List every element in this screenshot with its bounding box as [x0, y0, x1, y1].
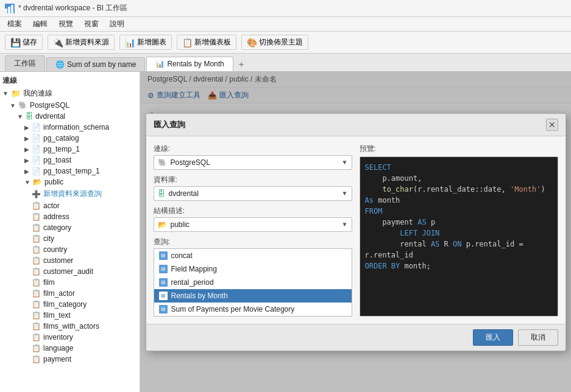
database-label: 資料庫:: [154, 175, 352, 185]
schema-select[interactable]: 📂 public ▼: [154, 217, 352, 232]
sidebar-item-language[interactable]: 📋 language: [0, 343, 140, 354]
inventory-label: inventory: [43, 333, 73, 341]
sidebar: 連線 ▼ 📁 我的連線 ▼ 🐘 PostgreSQL ▼ 🗄 dvdrental…: [0, 72, 140, 392]
chevron-right-icon: ▶: [24, 157, 29, 164]
query-item-rental-period[interactable]: ▤ rental_period: [154, 276, 352, 289]
query-item-field-mapping-label: Field Mapping: [171, 265, 217, 273]
country-label: country: [43, 245, 67, 254]
query-list-field: 查詢: ▤ concat ▤ Field Mapping: [154, 237, 352, 317]
query-list: ▤ concat ▤ Field Mapping ▤ rental_period: [154, 248, 352, 317]
table-icon: 📋: [32, 344, 41, 352]
sidebar-item-address[interactable]: 📋 address: [0, 211, 140, 222]
sidebar-item-city[interactable]: 📋 city: [0, 233, 140, 244]
import-button[interactable]: 匯入: [473, 329, 513, 346]
schema-icon: 📄: [32, 156, 41, 164]
query-item-concat[interactable]: ▤ concat: [154, 249, 352, 262]
menu-window[interactable]: 視窗: [79, 18, 104, 30]
menu-edit[interactable]: 編輯: [28, 18, 52, 30]
customer-audit-label: customer_audit: [43, 267, 93, 276]
query-item-rentals-by-month[interactable]: ▤ Rentals by Month: [154, 289, 352, 303]
add-datasource-button[interactable]: 🔌 新增資料來源: [48, 35, 115, 50]
dvdrental-label: dvdrental: [35, 112, 65, 121]
sidebar-item-country[interactable]: 📋 country: [0, 244, 140, 255]
sidebar-item-films-with-actors[interactable]: 📋 films_with_actors: [0, 321, 140, 332]
tab-sum-icon: 🌐: [55, 60, 65, 69]
sidebar-item-pg-catalog[interactable]: ▶ 📄 pg_catalog: [0, 133, 140, 144]
query-list-label: 查詢:: [154, 237, 352, 247]
import-query-modal: 匯入查詢 ✕ 連線: 🐘 PostgreSQL: [146, 113, 566, 351]
chevron-right-icon: ▶: [24, 146, 29, 153]
chevron-down-icon: ▼: [342, 221, 348, 228]
tab-sum-by-name[interactable]: 🌐 Sum of sum by name: [46, 57, 145, 71]
film-label: film: [43, 278, 55, 287]
chevron-down-icon: ▼: [2, 90, 9, 97]
schema-field: 結構描述: 📂 public ▼: [154, 206, 352, 232]
database-value: dvdrental: [169, 189, 199, 198]
table-icon: 📋: [32, 289, 41, 298]
sidebar-item-actor[interactable]: 📋 actor: [0, 200, 140, 211]
sidebar-item-customer[interactable]: 📋 customer: [0, 255, 140, 266]
sidebar-item-pg-toast[interactable]: ▶ 📄 pg_toast: [0, 155, 140, 166]
switch-theme-label: 切換佈景主題: [259, 37, 303, 47]
query-list-icon: ▤: [159, 292, 168, 300]
connection-select-inner: 🐘 PostgreSQL: [158, 158, 210, 167]
save-button[interactable]: 💾 儲存: [5, 35, 43, 50]
sidebar-item-customer-audit[interactable]: 📋 customer_audit: [0, 266, 140, 277]
sidebar-item-pg-toast-temp[interactable]: ▶ 📄 pg_toast_temp_1: [0, 166, 140, 177]
add-dashboard-button[interactable]: 📋 新增儀表板: [177, 35, 236, 50]
sidebar-item-new-query[interactable]: ➕ 新增資料來源查詢: [0, 187, 140, 200]
query-list-icon: ▤: [159, 251, 168, 260]
pg-toast-label: pg_toast: [43, 156, 71, 164]
tab-workspace[interactable]: 工作區: [5, 55, 45, 71]
sidebar-item-information-schema[interactable]: ▶ 📄 information_schema: [0, 122, 140, 133]
query-item-field-mapping[interactable]: ▤ Field Mapping: [154, 262, 352, 276]
query-item-rental-period-label: rental_period: [171, 278, 214, 287]
chevron-right-icon: ▶: [24, 168, 29, 175]
sidebar-item-payment[interactable]: 📋 payment: [0, 354, 140, 365]
sidebar-item-film-category[interactable]: 📋 film_category: [0, 299, 140, 310]
database-select[interactable]: 🗄 dvdrental ▼: [154, 186, 352, 201]
modal-title: 匯入查詢: [154, 119, 185, 130]
table-icon: 📋: [32, 267, 41, 276]
sidebar-item-pg-temp[interactable]: ▶ 📄 pg_temp_1: [0, 144, 140, 155]
add-chart-button[interactable]: 📊 新增圖表: [119, 35, 172, 50]
sidebar-item-postgresql[interactable]: ▼ 🐘 PostgreSQL: [0, 100, 140, 111]
sidebar-item-dvdrental[interactable]: ▼ 🗄 dvdrental: [0, 111, 140, 122]
query-item-rentals-by-month-label: Rentals by Month: [171, 292, 228, 300]
table-icon: 📋: [32, 212, 41, 221]
category-label: category: [43, 223, 71, 232]
city-label: city: [43, 234, 54, 243]
menu-help[interactable]: 說明: [105, 18, 129, 30]
postgresql-label: PostgreSQL: [30, 101, 69, 110]
table-icon: 📋: [32, 278, 41, 287]
toolbar: 💾 儲存 🔌 新增資料來源 📊 新增圖表 📋 新增儀表板 🎨 切換佈景主題: [0, 32, 571, 54]
titlebar-text: * dvdrental workspace - BI 工作區: [18, 3, 127, 13]
table-icon: 📋: [32, 355, 41, 363]
menu-file[interactable]: 檔案: [2, 18, 27, 30]
query-item-sum-payments[interactable]: ▤ Sum of Payments per Movie Category: [154, 303, 352, 316]
chevron-down-icon: ▼: [24, 179, 30, 186]
cancel-button[interactable]: 取消: [518, 329, 558, 346]
modal-right-panel: 預覽: SELECT p.amount, to_char(r.rental_da…: [360, 144, 558, 317]
sidebar-item-public[interactable]: ▼ 📂 public: [0, 177, 140, 187]
pg-catalog-label: pg_catalog: [43, 134, 79, 142]
tab-add-button[interactable]: ＋: [235, 58, 248, 71]
menu-view[interactable]: 視覽: [54, 18, 78, 30]
modal-close-button[interactable]: ✕: [546, 119, 558, 131]
connection-select[interactable]: 🐘 PostgreSQL ▼: [154, 155, 352, 170]
sidebar-item-film-actor[interactable]: 📋 film_actor: [0, 288, 140, 299]
sidebar-item-film[interactable]: 📋 film: [0, 277, 140, 288]
chevron-down-icon: ▼: [342, 159, 348, 166]
sidebar-item-inventory[interactable]: 📋 inventory: [0, 332, 140, 343]
sidebar-item-category[interactable]: 📋 category: [0, 222, 140, 233]
query-list-icon: ▤: [159, 265, 168, 273]
save-label: 儲存: [23, 37, 37, 47]
switch-theme-button[interactable]: 🎨 切換佈景主題: [241, 35, 308, 50]
sidebar-item-my-connections[interactable]: ▼ 📁 我的連線: [0, 87, 140, 100]
sidebar-item-film-text[interactable]: 📋 film_text: [0, 310, 140, 321]
database-field: 資料庫: 🗄 dvdrental ▼: [154, 175, 352, 201]
table-icon: 📋: [32, 333, 41, 341]
schema-label: 結構描述:: [154, 206, 352, 216]
datasource-icon: 🔌: [53, 38, 63, 47]
tab-rentals-by-month[interactable]: 📊 Rentals by Month: [146, 57, 233, 71]
